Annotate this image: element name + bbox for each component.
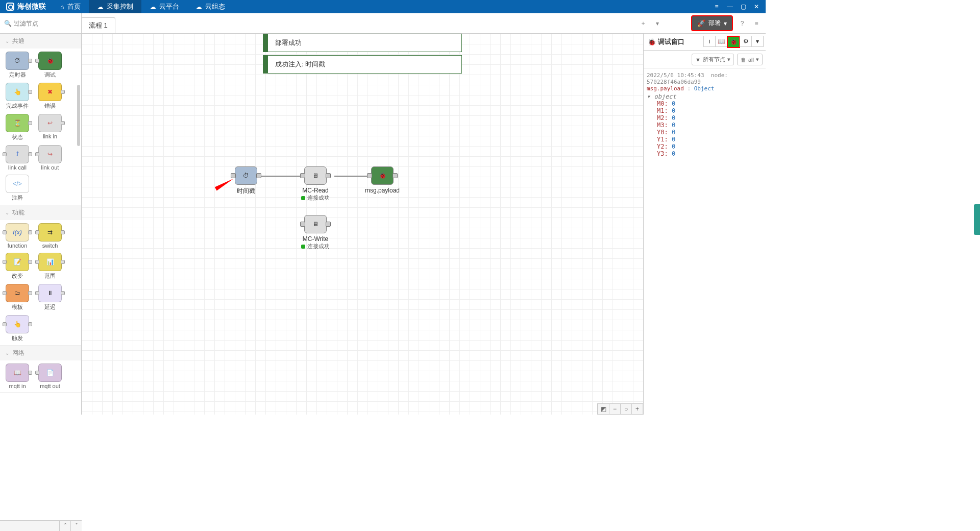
hourglass-icon: ⏳ (14, 119, 21, 127)
palette-mqttout[interactable]: 📄mqtt out (36, 364, 64, 389)
flow-tabs: 流程 1 (82, 13, 115, 33)
palette-scrollbar[interactable] (77, 85, 80, 146)
palette-search: 🔍 (0, 13, 82, 33)
rocket-icon: 🚀 (697, 19, 705, 27)
sidebar-title: 🐞 调试窗口 (646, 37, 687, 46)
deploy-label: 部署 (708, 19, 721, 28)
cloud-sync-icon: ☁ (97, 3, 104, 11)
maximize-button[interactable]: ▢ (737, 2, 749, 12)
tab-help[interactable]: 📖 (715, 36, 727, 47)
palette-trigger[interactable]: 👆触发 (3, 315, 32, 342)
info-icon: i (709, 38, 710, 45)
palette-delay[interactable]: ⏸延迟 (36, 284, 64, 311)
fx-icon: f(x) (13, 229, 21, 236)
switch-icon: ⇉ (47, 229, 53, 236)
menu-home[interactable]: ⌂ 首页 (52, 0, 89, 13)
mqtt-icon: 📖 (14, 369, 21, 376)
flow-node-debug[interactable]: 🐞 msg.payload (365, 166, 400, 194)
tab-config[interactable]: ⚙ (740, 36, 752, 47)
menu-cloud-label: 云平台 (159, 2, 179, 11)
menu-collect[interactable]: ☁ 采集控制 (89, 0, 141, 13)
palette-linkin[interactable]: ↩link in (36, 114, 64, 141)
window-controls: ≡ — ▢ ✕ (710, 2, 766, 12)
add-tab-button[interactable]: + (638, 18, 648, 29)
deploy-button[interactable]: 🚀 部署 ▾ (691, 15, 733, 31)
debug-sidebar: 🐞 调试窗口 i 📖 🐞 ⚙ ▾ ▼ 所有节点 ▾ 🗑all ▾ 2022/5/… (643, 34, 766, 415)
zoom-out-button[interactable]: − (609, 404, 620, 414)
debug-entry: Y3: 0 (647, 150, 763, 157)
tab-debug[interactable]: 🐞 (727, 36, 740, 48)
notif-deploy: 部署成功 (263, 34, 462, 52)
palette-status[interactable]: ⏳状态 (3, 114, 32, 141)
trigger-icon: 👆 (14, 321, 21, 328)
palette-mqttin[interactable]: 📖mqtt in (3, 364, 32, 389)
minimize-button[interactable]: — (724, 2, 736, 12)
inject-label: 时间戳 (235, 187, 257, 196)
menu-icon[interactable]: ≡ (710, 2, 723, 12)
tab-flow1[interactable]: 流程 1 (81, 17, 115, 33)
clock-icon: ⏱ (243, 172, 249, 179)
menu-config[interactable]: ☁ 云组态 (187, 0, 233, 13)
bug-icon: 🐞 (46, 57, 54, 64)
flow-node-inject[interactable]: ⏱ 时间戳 (235, 166, 257, 196)
mqtt-icon: 📄 (46, 369, 54, 376)
debug-entry: Y1: 0 (647, 136, 763, 143)
bug-icon: 🐞 (730, 38, 738, 45)
delay-icon: ⏸ (47, 289, 53, 297)
change-icon: 📝 (14, 258, 21, 266)
mcread-label: MC-Read (301, 187, 330, 194)
help-button[interactable]: ? (737, 18, 747, 29)
flow-canvas[interactable]: 部署成功 成功注入: 时间戳 ⏱ 时间戳 🖥 MC-Read 连接成功 🐞 ms… (82, 34, 643, 415)
menu-home-label: 首页 (67, 2, 81, 11)
palette-change[interactable]: 📝改变 (3, 253, 32, 280)
palette-complete[interactable]: 👆完成事件 (3, 83, 32, 110)
zoom-in-button[interactable]: + (631, 404, 643, 414)
debug-output: 2022/5/6 10:45:43 node: 570228f46a06da99… (644, 69, 766, 415)
bug-icon: 🐞 (648, 38, 656, 46)
filter-nodes[interactable]: ▼ 所有节点 ▾ (692, 54, 734, 65)
flow-node-mcwrite[interactable]: 🖥 MC-Write 连接成功 (301, 215, 330, 250)
trash-icon: 🗑 (741, 57, 746, 63)
palette-range[interactable]: 📊范围 (36, 253, 64, 280)
flow-node-mcread[interactable]: 🖥 MC-Read 连接成功 (301, 166, 330, 202)
editor-header: 🔍 流程 1 + ▾ 🚀 部署 ▾ ? ≡ (0, 13, 766, 34)
header-right: + ▾ 🚀 部署 ▾ ? ≡ (638, 15, 762, 31)
tab-info[interactable]: i (703, 36, 716, 47)
filter-clear[interactable]: 🗑all ▾ (737, 54, 763, 65)
palette-comment[interactable]: </>注释 (3, 175, 32, 202)
palette-section-common[interactable]: 共通 (0, 34, 81, 49)
error-icon: ✖ (47, 88, 53, 95)
debug-object-toggle[interactable]: ▾ object (647, 93, 763, 100)
palette-linkout[interactable]: ↪link out (36, 145, 64, 171)
mcwrite-label: MC-Write (301, 235, 330, 243)
linkin-icon: ↩ (47, 119, 53, 127)
gear-icon: ⚙ (743, 38, 749, 45)
main-menu-button[interactable]: ≡ (751, 18, 762, 29)
palette-error[interactable]: ✖错误 (36, 83, 64, 110)
annotation-arrow (215, 177, 235, 191)
debug-entry: M1: 0 (647, 107, 763, 114)
palette-switch[interactable]: ⇉switch (36, 223, 64, 249)
palette-function[interactable]: f(x)function (3, 223, 32, 249)
notif-inject: 成功注入: 时间戳 (263, 55, 462, 74)
brand-icon (6, 3, 14, 11)
palette-timer[interactable]: ⏱定时器 (3, 52, 32, 79)
linkout-icon: ↪ (47, 151, 53, 158)
palette-debug[interactable]: 🐞调试 (36, 52, 64, 79)
config-icon: ☁ (195, 3, 202, 11)
close-button[interactable]: ✕ (750, 2, 763, 12)
bug-icon: 🐞 (379, 172, 386, 179)
palette-template[interactable]: 🗂模板 (3, 284, 32, 311)
zoom-reset-button[interactable]: ○ (620, 404, 631, 414)
menu-cloud[interactable]: ☁ 云平台 (141, 0, 187, 13)
navigator-button[interactable]: ◩ (598, 404, 609, 414)
palette-section-function[interactable]: 功能 (0, 205, 81, 220)
palette-linkcall[interactable]: ⤴link call (3, 145, 32, 171)
search-input[interactable] (14, 20, 77, 27)
palette-section-network[interactable]: 网络 (0, 346, 81, 360)
tab-menu-button[interactable]: ▾ (652, 18, 663, 29)
tab-more[interactable]: ▾ (751, 36, 764, 47)
debug-entry: M3: 0 (647, 122, 763, 129)
device-icon: 🖥 (312, 221, 318, 228)
notifications: 部署成功 成功注入: 时间戳 (263, 34, 462, 77)
